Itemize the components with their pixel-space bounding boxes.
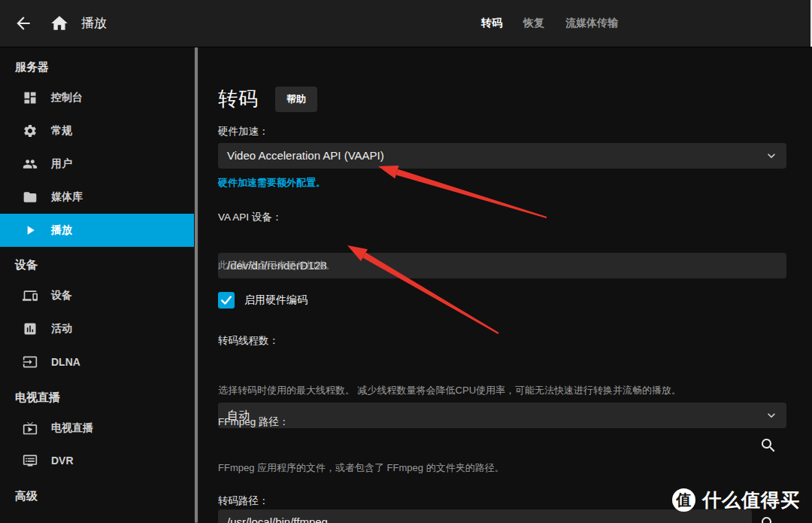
enable-hardware-encoding-label: 启用硬件编码 bbox=[244, 293, 308, 307]
tab-bar: 转码 恢复 流媒体传输 bbox=[471, 0, 629, 47]
sidebar-section-devices: 设备 bbox=[15, 258, 38, 272]
hardware-acceleration-note-link[interactable]: 硬件加速需要额外配置。 bbox=[218, 176, 326, 190]
tab-streaming[interactable]: 流媒体传输 bbox=[555, 17, 629, 30]
gear-icon bbox=[23, 518, 38, 523]
hardware-acceleration-label: 硬件加速： bbox=[218, 125, 269, 138]
va-api-device-label: VA API 设备： bbox=[218, 211, 282, 224]
enable-hardware-encoding-checkbox[interactable] bbox=[218, 292, 235, 309]
sidebar-item-dashboard[interactable]: 控制台 bbox=[0, 81, 194, 114]
search-icon[interactable] bbox=[759, 436, 777, 455]
sidebar-item-devices[interactable]: 设备 bbox=[0, 279, 194, 312]
sidebar-item-playback[interactable]: 播放 bbox=[0, 214, 194, 247]
enable-hardware-encoding-row[interactable]: 启用硬件编码 bbox=[218, 292, 308, 309]
transcoding-threads-label: 转码线程数： bbox=[218, 334, 279, 348]
transcode-path-label: 转码路径： bbox=[218, 494, 269, 508]
page-title: 播放 bbox=[81, 0, 107, 47]
sidebar-item-label: DLNA bbox=[51, 356, 80, 368]
input-value: /usr/local/bin/ffmpeg bbox=[227, 515, 328, 523]
dashboard-icon bbox=[23, 90, 38, 105]
sidebar-item-users[interactable]: 用户 bbox=[0, 147, 194, 181]
jellyfin-playback-settings-page: 播放 转码 恢复 流媒体传输 服务器 控制台 常规 用户 媒体库 播放 bbox=[0, 0, 812, 523]
search-icon[interactable] bbox=[759, 515, 777, 523]
checkmark-icon bbox=[220, 293, 233, 307]
ffmpeg-path-label: FFmpeg 路径： bbox=[218, 415, 289, 429]
sidebar-item-label: 播放 bbox=[51, 223, 72, 237]
transcoding-settings-panel: 转码 帮助 硬件加速： Video Acceleration API (VAAP… bbox=[199, 47, 812, 523]
help-button[interactable]: 帮助 bbox=[275, 87, 317, 112]
sidebar-section-advanced: 高级 bbox=[15, 489, 38, 503]
sidebar-item-general[interactable]: 常规 bbox=[0, 114, 194, 147]
sidebar-item-livetv[interactable]: 电视直播 bbox=[0, 412, 194, 445]
sidebar-section-server: 服务器 bbox=[15, 60, 49, 74]
sidebar-item-label: 活动 bbox=[51, 322, 72, 336]
sidebar-item-libraries[interactable]: 媒体库 bbox=[0, 181, 194, 214]
home-icon[interactable] bbox=[50, 14, 69, 33]
section-heading: 转码 bbox=[218, 86, 259, 112]
dvr-icon bbox=[23, 453, 38, 468]
sidebar-item-label: 媒体库 bbox=[51, 190, 83, 204]
sidebar-item-dvr[interactable]: DVR bbox=[0, 444, 194, 477]
va-api-device-helper: 此渲染节点用来硬件加速。 bbox=[218, 259, 335, 272]
chevron-down-icon bbox=[764, 408, 779, 423]
input-icon bbox=[23, 354, 38, 369]
smzdm-watermark: 值 什么值得买 bbox=[672, 488, 800, 512]
back-arrow-icon[interactable] bbox=[14, 14, 33, 33]
play-icon bbox=[23, 223, 38, 238]
smzdm-watermark-text: 什么值得买 bbox=[702, 488, 800, 512]
users-icon bbox=[23, 157, 38, 172]
tab-transcoding[interactable]: 转码 bbox=[471, 17, 513, 30]
sidebar-item-activity[interactable]: 活动 bbox=[0, 312, 194, 345]
sidebar-item-dlna[interactable]: DLNA bbox=[0, 345, 194, 379]
transcoding-threads-select[interactable]: 自动 bbox=[218, 403, 786, 428]
heading-row: 转码 帮助 bbox=[218, 86, 317, 112]
sidebar-item-label: 电视直播 bbox=[51, 421, 93, 435]
sidebar-item-label: 控制台 bbox=[51, 91, 83, 105]
chevron-down-icon bbox=[764, 148, 779, 163]
folder-icon bbox=[23, 190, 38, 205]
selected-value: Video Acceleration API (VAAPI) bbox=[227, 149, 384, 162]
transcoding-threads-helper: 选择转码时使用的最大线程数。 减少线程数量将会降低CPU使用率，可能无法快速进行… bbox=[218, 384, 681, 397]
scrollbar-thumb[interactable] bbox=[195, 47, 198, 523]
sidebar-item-label: 用户 bbox=[51, 157, 72, 171]
live-tv-icon bbox=[23, 421, 38, 436]
smzdm-badge-icon: 值 bbox=[672, 488, 695, 512]
sidebar-section-livetv: 电视直播 bbox=[15, 391, 60, 405]
ffmpeg-path-helper: FFmpeg 应用程序的文件，或者包含了 FFmpeg 的文件夹的路径。 bbox=[218, 461, 504, 475]
sidebar-item-label: 设备 bbox=[51, 289, 72, 303]
sidebar-scrollbar[interactable] bbox=[194, 47, 199, 523]
devices-icon bbox=[23, 288, 38, 303]
activity-chart-icon bbox=[23, 321, 38, 336]
hardware-acceleration-select[interactable]: Video Acceleration API (VAAPI) bbox=[218, 143, 786, 169]
sidebar-item-label: 常规 bbox=[51, 124, 72, 138]
gear-icon bbox=[23, 123, 38, 138]
sidebar: 服务器 控制台 常规 用户 媒体库 播放 设备 设备 活动 bbox=[0, 47, 194, 523]
tab-resume[interactable]: 恢复 bbox=[513, 17, 555, 30]
sidebar-item-advanced-partial[interactable] bbox=[0, 510, 194, 523]
top-bar: 播放 转码 恢复 流媒体传输 bbox=[0, 0, 812, 47]
sidebar-item-label: DVR bbox=[51, 455, 74, 467]
